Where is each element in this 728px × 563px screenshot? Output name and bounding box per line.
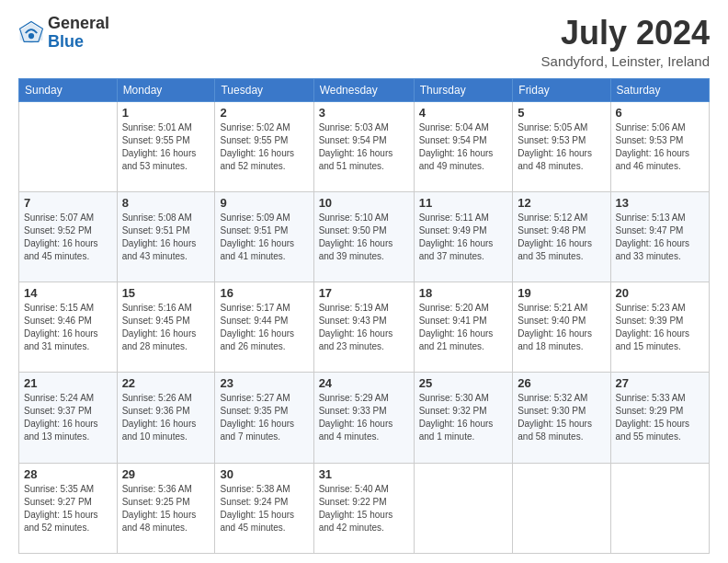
day-info: Sunrise: 5:33 AMSunset: 9:29 PMDaylight:…	[616, 393, 690, 442]
day-number: 4	[419, 106, 508, 120]
table-row: 12 Sunrise: 5:12 AMSunset: 9:48 PMDaylig…	[513, 191, 610, 282]
day-number: 15	[122, 286, 210, 300]
table-row: 19 Sunrise: 5:21 AMSunset: 9:40 PMDaylig…	[513, 282, 610, 373]
day-info: Sunrise: 5:32 AMSunset: 9:30 PMDaylight:…	[518, 393, 592, 442]
day-number: 28	[24, 467, 112, 481]
table-row: 24 Sunrise: 5:29 AMSunset: 9:33 PMDaylig…	[313, 373, 414, 463]
table-row: 6 Sunrise: 5:06 AMSunset: 9:53 PMDayligh…	[610, 101, 709, 191]
logo-icon	[18, 20, 44, 46]
day-number: 9	[220, 196, 308, 210]
day-number: 24	[319, 376, 409, 390]
day-info: Sunrise: 5:26 AMSunset: 9:36 PMDaylight:…	[122, 393, 197, 442]
col-thursday: Thursday	[414, 78, 513, 101]
day-info: Sunrise: 5:17 AMSunset: 9:44 PMDaylight:…	[220, 303, 294, 351]
day-number: 1	[122, 106, 210, 120]
day-number: 19	[518, 286, 605, 300]
day-number: 23	[220, 376, 308, 390]
col-tuesday: Tuesday	[215, 78, 313, 101]
table-row: 13 Sunrise: 5:13 AMSunset: 9:47 PMDaylig…	[610, 191, 709, 282]
logo-blue-text: Blue	[48, 33, 109, 52]
day-info: Sunrise: 5:35 AMSunset: 9:27 PMDaylight:…	[24, 484, 98, 533]
day-number: 25	[419, 376, 508, 390]
table-row: 27 Sunrise: 5:33 AMSunset: 9:29 PMDaylig…	[610, 373, 709, 463]
day-info: Sunrise: 5:02 AMSunset: 9:55 PMDaylight:…	[220, 122, 294, 171]
day-info: Sunrise: 5:40 AMSunset: 9:22 PMDaylight:…	[319, 484, 393, 533]
day-number: 2	[220, 106, 308, 120]
table-row: 16 Sunrise: 5:17 AMSunset: 9:44 PMDaylig…	[215, 282, 313, 373]
table-row: 30 Sunrise: 5:38 AMSunset: 9:24 PMDaylig…	[215, 463, 313, 553]
table-row: 31 Sunrise: 5:40 AMSunset: 9:22 PMDaylig…	[313, 463, 414, 553]
week-row-1: 1 Sunrise: 5:01 AMSunset: 9:55 PMDayligh…	[19, 101, 710, 191]
day-info: Sunrise: 5:06 AMSunset: 9:53 PMDaylight:…	[616, 122, 690, 171]
day-info: Sunrise: 5:24 AMSunset: 9:37 PMDaylight:…	[24, 393, 98, 442]
col-wednesday: Wednesday	[313, 78, 414, 101]
calendar-table: Sunday Monday Tuesday Wednesday Thursday…	[18, 78, 710, 554]
table-row: 9 Sunrise: 5:09 AMSunset: 9:51 PMDayligh…	[215, 191, 313, 282]
day-number: 21	[24, 376, 112, 390]
title-block: July 2024 Sandyford, Leinster, Ireland	[541, 15, 710, 69]
day-info: Sunrise: 5:16 AMSunset: 9:45 PMDaylight:…	[122, 303, 197, 351]
day-info: Sunrise: 5:20 AMSunset: 9:41 PMDaylight:…	[419, 303, 494, 351]
day-number: 3	[319, 106, 409, 120]
logo-text: General Blue	[48, 15, 109, 52]
day-info: Sunrise: 5:04 AMSunset: 9:54 PMDaylight:…	[419, 122, 494, 171]
week-row-4: 21 Sunrise: 5:24 AMSunset: 9:37 PMDaylig…	[19, 373, 710, 463]
day-number: 5	[518, 106, 605, 120]
day-info: Sunrise: 5:36 AMSunset: 9:25 PMDaylight:…	[122, 484, 197, 533]
table-row: 20 Sunrise: 5:23 AMSunset: 9:39 PMDaylig…	[610, 282, 709, 373]
day-info: Sunrise: 5:01 AMSunset: 9:55 PMDaylight:…	[122, 122, 197, 171]
day-info: Sunrise: 5:19 AMSunset: 9:43 PMDaylight:…	[319, 303, 393, 351]
table-row: 14 Sunrise: 5:15 AMSunset: 9:46 PMDaylig…	[19, 282, 118, 373]
day-info: Sunrise: 5:11 AMSunset: 9:49 PMDaylight:…	[419, 213, 494, 261]
day-number: 26	[518, 376, 605, 390]
day-number: 7	[24, 196, 112, 210]
col-sunday: Sunday	[19, 78, 118, 101]
table-row: 2 Sunrise: 5:02 AMSunset: 9:55 PMDayligh…	[215, 101, 313, 191]
day-number: 30	[220, 467, 308, 481]
logo: General Blue	[18, 15, 109, 52]
day-info: Sunrise: 5:29 AMSunset: 9:33 PMDaylight:…	[319, 393, 393, 442]
header: General Blue July 2024 Sandyford, Leinst…	[18, 15, 710, 69]
week-row-2: 7 Sunrise: 5:07 AMSunset: 9:52 PMDayligh…	[19, 191, 710, 282]
day-number: 12	[518, 196, 605, 210]
day-info: Sunrise: 5:15 AMSunset: 9:46 PMDaylight:…	[24, 303, 98, 351]
day-number: 14	[24, 286, 112, 300]
table-row	[610, 463, 709, 553]
table-row: 15 Sunrise: 5:16 AMSunset: 9:45 PMDaylig…	[117, 282, 215, 373]
table-row: 28 Sunrise: 5:35 AMSunset: 9:27 PMDaylig…	[19, 463, 118, 553]
day-info: Sunrise: 5:21 AMSunset: 9:40 PMDaylight:…	[518, 303, 592, 351]
day-number: 29	[122, 467, 210, 481]
svg-point-2	[28, 33, 34, 39]
day-info: Sunrise: 5:13 AMSunset: 9:47 PMDaylight:…	[616, 213, 690, 261]
day-number: 17	[319, 286, 409, 300]
calendar-header-row: Sunday Monday Tuesday Wednesday Thursday…	[19, 78, 710, 101]
day-info: Sunrise: 5:07 AMSunset: 9:52 PMDaylight:…	[24, 213, 98, 261]
table-row: 5 Sunrise: 5:05 AMSunset: 9:53 PMDayligh…	[513, 101, 610, 191]
table-row: 1 Sunrise: 5:01 AMSunset: 9:55 PMDayligh…	[117, 101, 215, 191]
day-info: Sunrise: 5:05 AMSunset: 9:53 PMDaylight:…	[518, 122, 592, 171]
table-row: 29 Sunrise: 5:36 AMSunset: 9:25 PMDaylig…	[117, 463, 215, 553]
day-info: Sunrise: 5:27 AMSunset: 9:35 PMDaylight:…	[220, 393, 294, 442]
table-row: 25 Sunrise: 5:30 AMSunset: 9:32 PMDaylig…	[414, 373, 513, 463]
day-number: 16	[220, 286, 308, 300]
day-info: Sunrise: 5:12 AMSunset: 9:48 PMDaylight:…	[518, 213, 592, 261]
table-row	[513, 463, 610, 553]
table-row: 21 Sunrise: 5:24 AMSunset: 9:37 PMDaylig…	[19, 373, 118, 463]
table-row: 23 Sunrise: 5:27 AMSunset: 9:35 PMDaylig…	[215, 373, 313, 463]
day-info: Sunrise: 5:03 AMSunset: 9:54 PMDaylight:…	[319, 122, 393, 171]
page: General Blue July 2024 Sandyford, Leinst…	[0, 0, 728, 563]
title-location: Sandyford, Leinster, Ireland	[541, 53, 710, 69]
day-info: Sunrise: 5:23 AMSunset: 9:39 PMDaylight:…	[616, 303, 690, 351]
table-row: 7 Sunrise: 5:07 AMSunset: 9:52 PMDayligh…	[19, 191, 118, 282]
table-row	[19, 101, 118, 191]
day-number: 10	[319, 196, 409, 210]
col-monday: Monday	[117, 78, 215, 101]
day-number: 22	[122, 376, 210, 390]
table-row: 26 Sunrise: 5:32 AMSunset: 9:30 PMDaylig…	[513, 373, 610, 463]
logo-general-text: General	[48, 15, 109, 33]
day-info: Sunrise: 5:08 AMSunset: 9:51 PMDaylight:…	[122, 213, 197, 261]
col-friday: Friday	[513, 78, 610, 101]
table-row: 10 Sunrise: 5:10 AMSunset: 9:50 PMDaylig…	[313, 191, 414, 282]
day-number: 31	[319, 467, 409, 481]
table-row: 11 Sunrise: 5:11 AMSunset: 9:49 PMDaylig…	[414, 191, 513, 282]
